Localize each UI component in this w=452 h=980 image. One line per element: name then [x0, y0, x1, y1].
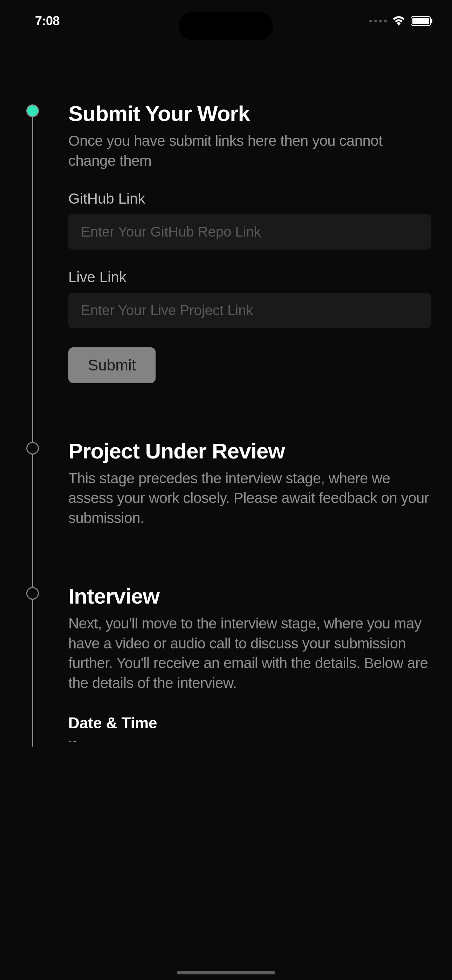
github-link-label: GitHub Link: [68, 190, 431, 207]
home-indicator[interactable]: [177, 971, 275, 974]
status-bar: 7:08: [0, 0, 452, 42]
status-time: 7:08: [35, 14, 60, 29]
battery-icon: [411, 16, 431, 26]
timeline-step-under-review: Project Under Review This stage precedes…: [21, 439, 431, 528]
timeline-step-interview: Interview Next, you'll move to the inter…: [21, 584, 431, 746]
timeline-dot-inactive: [26, 442, 39, 455]
step-title: Project Under Review: [68, 439, 431, 463]
cellular-signal-icon: [369, 20, 387, 22]
step-description: Next, you'll move to the interview stage…: [68, 614, 431, 693]
device-notch: [179, 12, 273, 40]
step-description: Once you have submit links here then you…: [68, 131, 431, 171]
progress-timeline: Submit Your Work Once you have submit li…: [21, 102, 431, 746]
step-title: Submit Your Work: [68, 102, 431, 126]
timeline-dot-active: [26, 105, 39, 117]
status-icons: [369, 15, 431, 27]
live-link-label: Live Link: [68, 269, 431, 286]
interview-datetime-label: Date & Time: [68, 714, 431, 732]
step-description: This stage precedes the interview stage,…: [68, 469, 431, 528]
timeline-dot-inactive: [26, 587, 39, 600]
github-link-input[interactable]: [68, 214, 431, 250]
step-title: Interview: [68, 584, 431, 608]
wifi-icon: [392, 15, 406, 27]
submit-button[interactable]: Submit: [68, 347, 156, 383]
live-link-input[interactable]: [68, 293, 431, 328]
interview-datetime-value: --: [68, 735, 431, 746]
timeline-step-submit-work: Submit Your Work Once you have submit li…: [21, 102, 431, 383]
